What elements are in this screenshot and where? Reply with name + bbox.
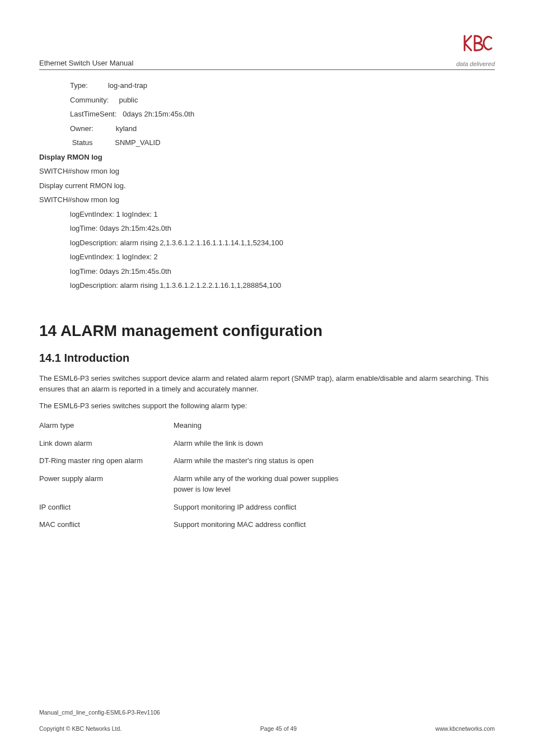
logo-tagline: data delivered [456, 59, 495, 69]
intro-paragraph-2: The ESML6-P3 series switches support the… [39, 400, 495, 412]
page-footer: Manual_cmd_line_config-ESML6-P3-Rev1106 … [39, 708, 495, 734]
display-rmon-heading: Display RMON log [39, 152, 495, 163]
footer-url: www.kbcnetworks.com [435, 725, 495, 734]
lasttime-label: LastTimeSent: [70, 110, 116, 118]
table-cell: Support monitoring IP address conflict [174, 498, 364, 516]
chapter-title: 14 ALARM management configuration [39, 319, 495, 343]
page-header: Ethernet Switch User Manual data deliver… [39, 34, 495, 70]
intro-paragraph-1: The ESML6-P3 series switches support dev… [39, 373, 495, 395]
table-cell: Power supply alarm [39, 470, 174, 498]
table-cell: Support monitoring MAC address conflict [174, 516, 364, 534]
table-cell: Alarm while the master's ring status is … [174, 452, 364, 470]
header-title: Ethernet Switch User Manual [39, 58, 133, 69]
rmon-output-line: logEvntIndex: 1 logIndex: 1 [70, 209, 495, 220]
table-cell: DT-Ring master ring open alarm [39, 452, 174, 470]
table-row: Link down alarm Alarm while the link is … [39, 435, 364, 452]
rmon-output-line: logTime: 0days 2h:15m:45s.0th [70, 266, 495, 277]
table-cell: Alarm while any of the working dual powe… [174, 470, 364, 498]
table-cell: IP conflict [39, 498, 174, 516]
config-block: Type: log-and-trap Community: public Las… [39, 80, 495, 148]
logo-block: data delivered [456, 34, 495, 68]
rmon-output-line: logEvntIndex: 1 logIndex: 2 [70, 251, 495, 263]
table-row: MAC conflict Support monitoring MAC addr… [39, 516, 364, 534]
table-cell: MAC conflict [39, 516, 174, 534]
rmon-output-block: logEvntIndex: 1 logIndex: 1 logTime: 0da… [39, 209, 495, 291]
section-title: 14.1 Introduction [39, 349, 495, 366]
table-header-cell: Alarm type [39, 417, 174, 435]
status-value: SNMP_VALID [115, 138, 160, 147]
footer-page-number: Page 45 of 49 [260, 725, 297, 734]
type-label: Type: [70, 81, 88, 90]
owner-label: Owner: [70, 124, 93, 133]
type-value: log-and-trap [108, 81, 147, 90]
footer-manual-id: Manual_cmd_line_config-ESML6-P3-Rev1106 [39, 708, 495, 717]
owner-value: kyland [116, 124, 137, 133]
alarm-type-table: Alarm type Meaning Link down alarm Alarm… [39, 417, 364, 534]
table-row: IP conflict Support monitoring IP addres… [39, 498, 364, 516]
table-row: DT-Ring master ring open alarm Alarm whi… [39, 452, 364, 470]
community-label: Community: [70, 96, 109, 104]
rmon-cmd-2: SWITCH#show rmon log [39, 194, 495, 206]
table-header-row: Alarm type Meaning [39, 417, 364, 435]
table-header-cell: Meaning [174, 417, 364, 435]
footer-copyright: Copyright © KBC Networks Ltd. [39, 725, 121, 734]
status-label: Status [72, 138, 93, 147]
rmon-output-line: logTime: 0days 2h:15m:42s.0th [70, 223, 495, 234]
table-row: Power supply alarm Alarm while any of th… [39, 470, 364, 498]
rmon-cmd-1: SWITCH#show rmon log [39, 166, 495, 177]
rmon-output-line: logDescription: alarm rising 2,1.3.6.1.2… [70, 237, 495, 249]
table-cell: Alarm while the link is down [174, 435, 364, 452]
community-value: public [119, 96, 138, 104]
table-cell: Link down alarm [39, 435, 174, 452]
rmon-output-line: logDescription: alarm rising 1,1.3.6.1.2… [70, 280, 495, 291]
kbc-logo-icon [462, 34, 495, 57]
lasttime-value: 0days 2h:15m:45s.0th [123, 110, 194, 118]
rmon-desc: Display current RMON log. [39, 180, 495, 192]
